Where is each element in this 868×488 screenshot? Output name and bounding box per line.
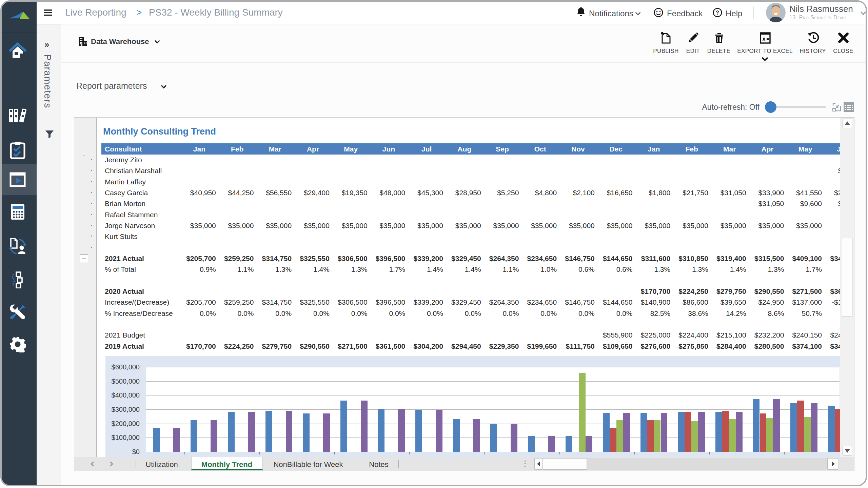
- svg-text:?: ?: [716, 10, 719, 16]
- svg-text:x: x: [763, 36, 766, 42]
